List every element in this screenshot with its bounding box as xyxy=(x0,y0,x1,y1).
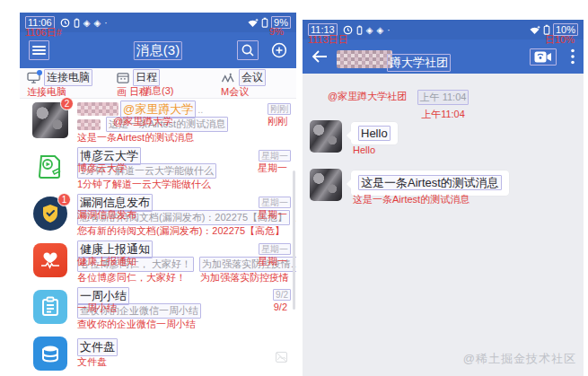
timestamp: 上午 11:04 xyxy=(417,90,470,105)
status-bar: 11:13 ◈ ◈ · 10% 1113日日 日10% xyxy=(303,20,584,39)
sync-icon: ◈ xyxy=(366,25,373,35)
message-bubble: Hello xyxy=(351,122,398,144)
search-button[interactable] xyxy=(237,40,259,60)
ocr-annotation: 查收你的企业微信一周小结 xyxy=(77,318,196,330)
video-call-icon xyxy=(534,51,552,63)
ocr-annotation: 星期一 xyxy=(258,162,287,175)
battery-small-icon xyxy=(74,18,80,28)
ocr-annotation: 1106日# xyxy=(25,26,62,39)
back-button[interactable] xyxy=(312,49,328,64)
screenshot-canvas: 11:06 ◈ ◈ · 9% 1106日# 9% ≡ 消息(3) 消息(3) xyxy=(0,0,588,376)
avatar xyxy=(310,169,342,201)
chat-list-item[interactable]: 博彦云大学 博彦云大学 1分钟了解道一云大学能做什么 1分钟了解道一云大学能做什… xyxy=(20,145,296,192)
clipboard-icon xyxy=(33,290,67,324)
ocr-annotation: 星期一 xyxy=(258,208,287,222)
ocr-annotation: 为加强落实防控疫情 xyxy=(200,271,289,284)
plus-circle-icon xyxy=(271,42,287,58)
message-bubble: 这是一条Airtest的测试消息 xyxy=(351,171,509,196)
ocr-annotation: @家里蹲大学社团 xyxy=(328,90,407,103)
battery-small-icon xyxy=(356,25,363,35)
ocr-annotation: 9/2 xyxy=(274,302,287,312)
chat-list-item[interactable]: 一周小结 一周小结 查收你的企业微信一周小结 查收你的企业微信一周小结 9/2 … xyxy=(20,285,296,332)
ocr-annotation: M会议 xyxy=(221,85,289,99)
message-list-screen: 11:06 ◈ ◈ · 9% 1106日# 9% ≡ 消息(3) 消息(3) xyxy=(20,13,296,376)
blurred-name xyxy=(77,102,118,116)
watermark: @稀土掘金技术社区 xyxy=(463,351,576,367)
back-arrow-icon xyxy=(312,49,328,64)
message-text: Hello xyxy=(358,126,391,141)
dot-icon: · xyxy=(387,25,390,35)
ocr-annotation: 一周小结 xyxy=(77,302,117,315)
chat-message[interactable]: 这是一条Airtest的测试消息 这是一条Airtest的测试消息 xyxy=(310,169,576,219)
ocr-annotation: 刚刚 xyxy=(268,115,287,128)
unread-badge: 2 xyxy=(60,97,74,110)
wifi-icon xyxy=(247,18,259,28)
unread-badge: 1 xyxy=(57,193,71,206)
chat-time: 星期一 xyxy=(259,197,291,208)
chat-list-item[interactable]: 2 @家里蹲大学 .. @家里蹲大学 这是一条Airtest的测试消息 这是一条… xyxy=(20,99,296,145)
ocr-annotation: 星期一 xyxy=(258,255,287,268)
avatar xyxy=(310,120,342,153)
ocr-annotation: 文件盘 xyxy=(77,355,107,368)
ocr-annotation: 这是一条Airtest的测试消息 xyxy=(353,193,470,206)
dot-icon: · xyxy=(104,18,107,28)
video-call-button[interactable] xyxy=(530,48,557,66)
wifi-icon xyxy=(529,25,540,35)
ocr-annotation: 博彦云大学 xyxy=(77,162,127,175)
message-text: 这是一条Airtest的测试消息 xyxy=(358,175,502,190)
chat-title: 文件盘 xyxy=(77,338,118,356)
chat-time: 星期一 xyxy=(259,150,291,162)
ocr-annotation: 这是一条Airtest的测试消息 xyxy=(77,131,194,144)
ocr-annotation: 各位博彦同仁，大家好！ xyxy=(77,271,186,284)
chat-title: 蹲大学社团 xyxy=(387,54,451,72)
chat-list-item[interactable]: 文件盘 文件盘 xyxy=(20,332,296,376)
sync-icon: ◈ xyxy=(376,25,383,35)
ocr-annotation: 上午11:04 xyxy=(421,109,465,119)
kebab-menu-icon xyxy=(571,48,575,65)
chat-time: 星期一 xyxy=(259,243,291,255)
chat-screen: 11:13 ◈ ◈ · 10% 1113日日 日10% 蹲大学社团 xyxy=(303,20,584,376)
shortcut-meeting[interactable]: 会议 M会议 xyxy=(185,70,289,98)
ocr-annotation: Hello xyxy=(353,144,375,155)
battery-icon xyxy=(261,17,268,28)
ocr-annotation: 健康上报通知 xyxy=(77,255,136,268)
sync-icon: ◈ xyxy=(93,18,101,28)
ocr-annotation: 1分钟了解道一云大学能做什么 xyxy=(77,178,211,190)
meeting-icon xyxy=(221,73,235,83)
chat-time: 9/2 xyxy=(273,289,291,301)
ocr-annotation: 连接电脑 xyxy=(27,85,95,99)
ocr-annotation: 9% xyxy=(269,26,284,37)
shortcut-label: 会议 xyxy=(239,69,266,86)
status-bar: 11:06 ◈ ◈ · 9% 1106日# 9% xyxy=(20,13,296,32)
blurred-title xyxy=(337,50,392,68)
shortcut-label: 连接电脑 xyxy=(44,69,92,86)
scrollbar[interactable] xyxy=(293,171,295,310)
ocr-annotation: 日10% xyxy=(545,33,575,47)
computer-icon xyxy=(27,72,40,83)
faint-image-icon xyxy=(276,352,287,363)
ocr-annotation: 消息(3) xyxy=(142,84,173,98)
doc-play-icon xyxy=(33,150,67,184)
chat-time: 刚刚 xyxy=(268,103,291,115)
database-icon xyxy=(33,337,67,371)
ocr-annotation: 1113日日 xyxy=(308,33,348,47)
sync-icon: ◈ xyxy=(83,18,91,28)
menu-button[interactable] xyxy=(29,40,49,60)
add-button[interactable] xyxy=(271,42,287,58)
ocr-annotation: 您有新的待阅文档(漏洞发布)：202275【高危】 xyxy=(77,224,285,237)
ocr-annotation: @家里蹲大学 xyxy=(113,115,172,128)
search-icon xyxy=(241,43,255,57)
ocr-annotation: 漏洞信息发布 xyxy=(77,208,136,222)
page-title: 消息(3) xyxy=(134,41,182,60)
chat-list-item[interactable]: 1 漏洞信息发布 漏洞信息发布 您有新的待阅文档(漏洞发布)：202275【高危… xyxy=(20,192,296,239)
calendar-icon xyxy=(117,72,129,83)
hamburger-icon xyxy=(32,46,46,55)
shield-icon: 1 xyxy=(33,197,67,231)
avatar: 2 xyxy=(32,102,68,138)
shortcut-connect-pc[interactable]: 连接电脑 连接电脑 xyxy=(27,70,95,98)
health-heart-icon xyxy=(33,243,67,277)
chat-message[interactable]: Hello Hello xyxy=(310,120,576,171)
chat-list-item[interactable]: 健康上报通知 健康上报通知 各位博彦同仁， 大家好！ 为加强落实防控疫情.. 各… xyxy=(20,239,296,285)
more-menu-button[interactable] xyxy=(571,48,575,65)
blurred-text xyxy=(77,119,101,130)
